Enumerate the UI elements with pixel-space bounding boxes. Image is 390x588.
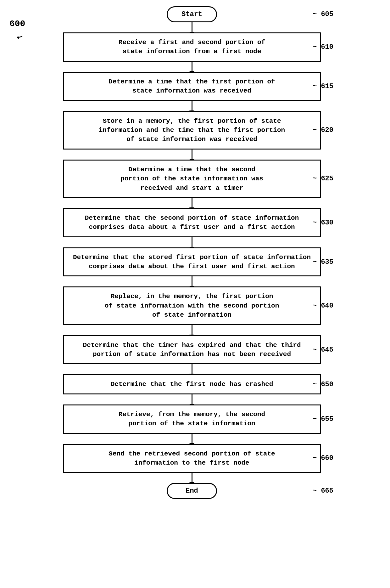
- step-num-660: ~ 660: [313, 454, 333, 462]
- step-num-605: ~ 605: [313, 10, 333, 18]
- figure-arrow: ↙: [14, 29, 26, 43]
- process-box-610: Receive a first and second portion of st…: [63, 32, 321, 62]
- arrow-640: [192, 325, 192, 335]
- step-row-645: Determine that the timer has expired and…: [50, 335, 333, 365]
- arrow-615: [192, 101, 192, 111]
- step-row-650: Determine that the first node has crashe…: [50, 374, 333, 394]
- arrow-625: [192, 198, 192, 208]
- step-num-625: ~ 625: [313, 175, 333, 183]
- arrow-645: [192, 364, 192, 374]
- step-row-630: Determine that the second portion of sta…: [50, 208, 333, 237]
- step-row-605: Start~ 605: [50, 6, 333, 22]
- arrow-655: [192, 434, 192, 444]
- terminal-box-665: End: [167, 483, 217, 499]
- step-row-615: Determine a time that the first portion …: [50, 72, 333, 101]
- arrow-605: [192, 22, 192, 32]
- step-num-645: ~ 645: [313, 346, 333, 354]
- step-row-660: Send the retrieved second portion of sta…: [50, 444, 333, 473]
- step-num-655: ~ 655: [313, 415, 333, 423]
- process-box-660: Send the retrieved second portion of sta…: [63, 444, 321, 473]
- step-row-610: Receive a first and second portion of st…: [50, 32, 333, 62]
- arrow-620: [192, 150, 192, 160]
- step-num-650: ~ 650: [313, 381, 333, 388]
- process-box-625: Determine a time that the second portion…: [63, 160, 321, 198]
- step-num-620: ~ 620: [313, 126, 333, 134]
- process-box-655: Retrieve, from the memory, the second po…: [63, 404, 321, 434]
- step-row-620: Store in a memory, the first portion of …: [50, 111, 333, 150]
- process-box-645: Determine that the timer has expired and…: [63, 335, 321, 365]
- step-row-665: End~ 665: [50, 483, 333, 499]
- step-row-640: Replace, in the memory, the first portio…: [50, 286, 333, 325]
- process-box-650: Determine that the first node has crashe…: [63, 374, 321, 394]
- process-box-630: Determine that the second portion of sta…: [63, 208, 321, 237]
- step-num-630: ~ 630: [313, 219, 333, 227]
- step-num-610: ~ 610: [313, 43, 333, 51]
- step-num-615: ~ 615: [313, 82, 333, 90]
- process-box-635: Determine that the stored first portion …: [63, 247, 321, 277]
- flow-column: Start~ 605Receive a first and second por…: [50, 6, 333, 499]
- terminal-box-605: Start: [167, 6, 217, 22]
- process-box-620: Store in a memory, the first portion of …: [63, 111, 321, 150]
- step-num-640: ~ 640: [313, 302, 333, 310]
- process-box-615: Determine a time that the first portion …: [63, 72, 321, 101]
- arrow-660: [192, 473, 192, 483]
- arrow-610: [192, 62, 192, 72]
- figure-label: 600: [9, 19, 25, 29]
- step-row-655: Retrieve, from the memory, the second po…: [50, 404, 333, 434]
- arrow-650: [192, 394, 192, 404]
- step-row-635: Determine that the stored first portion …: [50, 247, 333, 277]
- diagram-container: 600 ↙ Start~ 605Receive a first and seco…: [0, 0, 390, 588]
- step-num-635: ~ 635: [313, 258, 333, 266]
- step-row-625: Determine a time that the second portion…: [50, 160, 333, 198]
- arrow-630: [192, 237, 192, 247]
- arrow-635: [192, 276, 192, 286]
- step-num-665: ~ 665: [313, 487, 333, 495]
- process-box-640: Replace, in the memory, the first portio…: [63, 286, 321, 325]
